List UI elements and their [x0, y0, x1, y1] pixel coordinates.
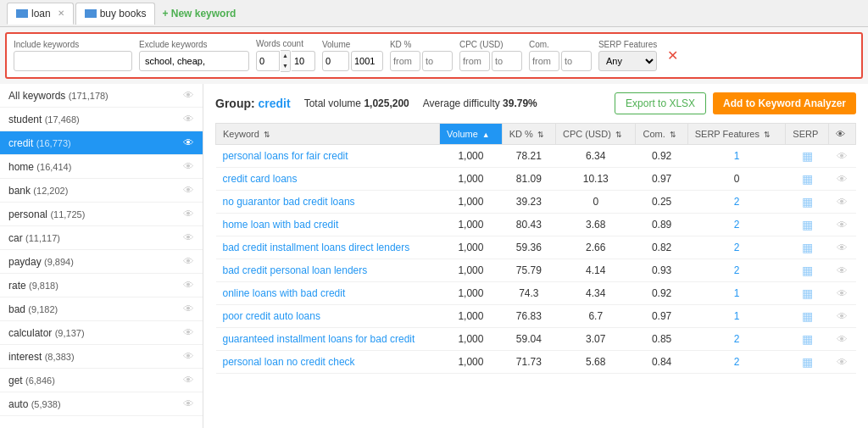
sidebar-item-payday[interactable]: payday (9,894) 👁 — [0, 250, 203, 274]
row-eye-icon[interactable]: 👁 — [837, 196, 848, 208]
words-count-from[interactable] — [256, 51, 280, 71]
sidebar-item-personal[interactable]: personal (11,725) 👁 — [0, 203, 203, 226]
include-keywords-input[interactable] — [14, 51, 132, 71]
table-row: credit card loans 1,000 81.09 10.13 0.97… — [216, 168, 856, 191]
eye-icon[interactable]: 👁 — [183, 255, 194, 268]
cpc-to[interactable] — [492, 51, 522, 71]
volume-to[interactable] — [351, 51, 383, 71]
serp-feature-count[interactable]: 1 — [734, 150, 740, 162]
row-eye-icon[interactable]: 👁 — [837, 242, 848, 254]
serp-page-icon[interactable]: ▦ — [802, 286, 813, 300]
tab-buy-books[interactable]: buy books — [75, 3, 156, 25]
serp-feature-count[interactable]: 2 — [734, 242, 740, 253]
sidebar-item-student[interactable]: student (17,468) 👁 — [0, 108, 203, 131]
serp-feature-count[interactable]: 1 — [734, 310, 740, 322]
cell-serp-icon: ▦ — [786, 305, 829, 328]
eye-icon[interactable]: 👁 — [183, 374, 194, 386]
sidebar-item-bad[interactable]: bad (9,182) 👁 — [0, 297, 203, 321]
serp-page-icon[interactable]: ▦ — [802, 218, 813, 231]
cpc-from[interactable] — [459, 51, 490, 71]
sidebar-item-All-keywords[interactable]: All keywords (171,178) 👁 — [0, 84, 203, 108]
volume-from[interactable] — [322, 51, 349, 71]
eye-icon[interactable]: 👁 — [183, 279, 194, 292]
sidebar-item-rate[interactable]: rate (9,818) 👁 — [0, 274, 203, 297]
exclude-keywords-input[interactable] — [139, 51, 249, 71]
row-eye-icon[interactable]: 👁 — [837, 333, 848, 346]
col-serp[interactable]: SERP — [786, 124, 829, 145]
serp-page-icon[interactable]: ▦ — [802, 355, 813, 369]
col-keyword[interactable]: Keyword ⇅ — [216, 124, 440, 145]
eye-icon[interactable]: 👁 — [183, 160, 194, 173]
export-button[interactable]: Export to XLSX — [615, 92, 706, 114]
keyword-link[interactable]: poor credit auto loans — [223, 310, 320, 322]
serp-feature-count[interactable]: 2 — [734, 219, 740, 231]
col-volume[interactable]: Volume ▲ — [440, 124, 503, 145]
keyword-link[interactable]: personal loans for fair credit — [223, 150, 348, 162]
eye-icon[interactable]: 👁 — [183, 184, 194, 197]
serp-page-icon[interactable]: ▦ — [802, 195, 813, 208]
serp-feature-count[interactable]: 2 — [734, 333, 740, 345]
col-kd[interactable]: KD % ⇅ — [502, 124, 555, 145]
filter-close-button[interactable]: ✕ — [667, 47, 678, 64]
sidebar-item-car[interactable]: car (11,117) 👁 — [0, 226, 203, 250]
com-to[interactable] — [561, 51, 592, 71]
serp-page-icon[interactable]: ▦ — [802, 264, 813, 277]
keyword-link[interactable]: personal loan no credit check — [223, 356, 355, 368]
sidebar-item-credit[interactable]: credit (16,773) 👁 — [0, 131, 203, 155]
row-eye-icon[interactable]: 👁 — [837, 356, 848, 369]
eye-icon[interactable]: 👁 — [183, 113, 194, 125]
row-eye-icon[interactable]: 👁 — [837, 150, 848, 163]
keyword-link[interactable]: no guarantor bad credit loans — [223, 196, 355, 208]
keyword-link[interactable]: guaranteed installment loans for bad cre… — [223, 333, 415, 345]
serp-feature-count[interactable]: 2 — [734, 264, 740, 276]
col-cpc[interactable]: CPC (USD) ⇅ — [555, 124, 636, 145]
keyword-link[interactable]: home loan with bad credit — [223, 219, 339, 231]
kd-to[interactable] — [422, 51, 453, 71]
eye-icon[interactable]: 👁 — [183, 136, 194, 149]
sidebar-item-interest[interactable]: interest (8,383) 👁 — [0, 345, 203, 369]
eye-icon[interactable]: 👁 — [183, 303, 194, 315]
tab-close-icon[interactable]: ✕ — [58, 8, 64, 18]
serp-feature-count[interactable]: 1 — [734, 287, 740, 299]
row-eye-icon[interactable]: 👁 — [837, 173, 848, 186]
serp-page-icon[interactable]: ▦ — [802, 332, 813, 346]
serp-page-icon[interactable]: ▦ — [802, 172, 813, 186]
add-keyword-analyzer-button[interactable]: Add to Keyword Analyzer — [713, 92, 856, 114]
serp-feature-count[interactable]: 2 — [734, 356, 740, 368]
row-eye-icon[interactable]: 👁 — [837, 219, 848, 231]
row-eye-icon[interactable]: 👁 — [837, 287, 848, 300]
sidebar-item-home[interactable]: home (16,414) 👁 — [0, 155, 203, 179]
eye-icon[interactable]: 👁 — [183, 397, 194, 410]
serp-page-icon[interactable]: ▦ — [802, 241, 813, 254]
keyword-link[interactable]: bad credit personal loan lenders — [223, 264, 368, 276]
spinner-up[interactable]: ▲ — [281, 51, 290, 61]
col-com[interactable]: Com. ⇅ — [636, 124, 687, 145]
sidebar-item-bank[interactable]: bank (12,202) 👁 — [0, 179, 203, 203]
table-row: bad credit personal loan lenders 1,000 7… — [216, 259, 856, 282]
kd-from[interactable] — [390, 51, 420, 71]
keyword-link[interactable]: bad credit installment loans direct lend… — [223, 242, 410, 253]
sidebar-item-auto[interactable]: auto (5,938) 👁 — [0, 392, 203, 416]
table-header-row: Keyword ⇅ Volume ▲ KD % ⇅ CPC (USD) ⇅ Co… — [216, 124, 856, 145]
words-count-to[interactable] — [292, 51, 315, 71]
serp-page-icon[interactable]: ▦ — [802, 149, 813, 163]
keyword-link[interactable]: online loans with bad credit — [223, 287, 346, 299]
serp-feature-count[interactable]: 2 — [734, 196, 740, 208]
sidebar-item-get[interactable]: get (6,846) 👁 — [0, 369, 203, 392]
tab-loan[interactable]: loan ✕ — [7, 3, 74, 25]
row-eye-icon[interactable]: 👁 — [837, 310, 848, 323]
eye-icon[interactable]: 👁 — [183, 231, 194, 244]
com-from[interactable] — [529, 51, 559, 71]
eye-icon[interactable]: 👁 — [183, 89, 194, 102]
eye-icon[interactable]: 👁 — [183, 208, 194, 220]
sidebar-item-calculator[interactable]: calculator (9,137) 👁 — [0, 321, 203, 345]
row-eye-icon[interactable]: 👁 — [837, 264, 848, 277]
serp-page-icon[interactable]: ▦ — [802, 309, 813, 323]
keyword-link[interactable]: credit card loans — [223, 173, 298, 185]
col-serp-features[interactable]: SERP Features ⇅ — [687, 124, 786, 145]
spinner-down[interactable]: ▼ — [281, 61, 290, 71]
eye-icon[interactable]: 👁 — [183, 350, 194, 363]
eye-icon[interactable]: 👁 — [183, 326, 194, 339]
new-keyword-button[interactable]: + New keyword — [162, 8, 236, 19]
serp-select[interactable]: Any — [598, 51, 657, 71]
